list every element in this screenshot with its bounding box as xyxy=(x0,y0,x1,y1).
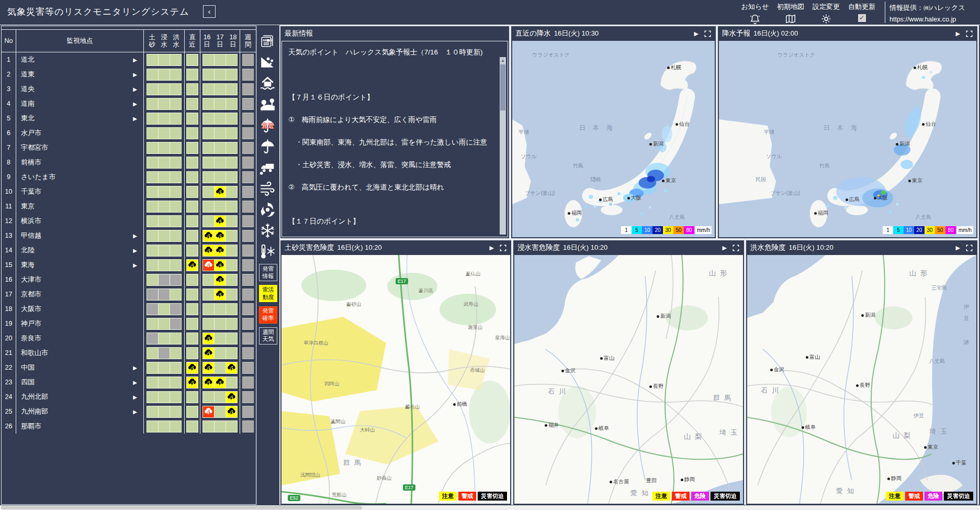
risk-cell-normal[interactable] xyxy=(170,260,181,271)
auto-update-toggle[interactable]: 自動更新 ✓ xyxy=(846,2,878,22)
monitoring-point-東京[interactable]: 東京 xyxy=(16,199,144,214)
risk-cell-thunder[interactable] xyxy=(215,274,226,285)
risk-cell-normal[interactable] xyxy=(187,157,198,168)
table-row-東京[interactable]: 11東京 xyxy=(2,199,256,214)
rain-icon[interactable] xyxy=(259,138,277,155)
scroll-up-icon[interactable]: ▲ xyxy=(500,58,505,63)
risk-cell-normal[interactable] xyxy=(187,201,198,212)
news-scrollbar[interactable]: ▲ xyxy=(500,57,506,235)
risk-cell-normal[interactable] xyxy=(203,157,214,168)
risk-cell-normal[interactable] xyxy=(159,392,170,403)
notifications-button[interactable]: お知らせ xyxy=(739,2,771,27)
table-row-京都市[interactable]: 17京都市 xyxy=(2,287,256,302)
fullscreen-icon[interactable] xyxy=(732,244,740,252)
risk-cell-thunder[interactable] xyxy=(215,216,226,227)
collapse-panel-button[interactable]: ‹ xyxy=(203,5,216,18)
risk-cell-normal[interactable] xyxy=(215,201,226,212)
risk-cell-normal[interactable] xyxy=(203,201,214,212)
inundation-risk-map[interactable]: 山形新潟富山金沢石川長野群馬福井岐阜山梨埼玉静岡名古屋愛知豊田 注意警戒危険災害… xyxy=(514,255,743,504)
risk-cell-normal[interactable] xyxy=(159,304,170,315)
monitoring-point-東北[interactable]: 東北▶ xyxy=(16,111,144,126)
risk-cell-nodata[interactable] xyxy=(159,289,170,300)
risk-cell-nodata[interactable] xyxy=(243,216,253,227)
risk-cell-normal[interactable] xyxy=(170,186,181,197)
low-temp-icon[interactable] xyxy=(259,243,277,260)
snow-icon[interactable] xyxy=(259,222,277,239)
risk-cell-normal[interactable] xyxy=(215,333,226,344)
risk-cell-normal[interactable] xyxy=(147,201,158,212)
risk-cell-nodata[interactable] xyxy=(243,304,253,315)
expand-arrow-icon[interactable]: ▶ xyxy=(133,72,137,77)
horizontal-scrollbar-thumb[interactable] xyxy=(1,506,362,509)
monitoring-point-千葉市[interactable]: 千葉市 xyxy=(16,184,144,199)
expand-arrow-icon[interactable]: ▶ xyxy=(133,101,137,107)
settings-button[interactable]: 設定変更 xyxy=(810,2,842,27)
table-row-甲信越[interactable]: 13甲信越▶ xyxy=(2,228,256,243)
risk-cell-normal[interactable] xyxy=(147,98,158,109)
table-row-九州南部[interactable]: 25九州南部▶ xyxy=(2,404,256,419)
risk-cell-thunder[interactable] xyxy=(187,377,198,388)
risk-cell-normal[interactable] xyxy=(226,113,237,124)
risk-cell-normal[interactable] xyxy=(203,216,214,227)
table-row-東海[interactable]: 15東海▶ xyxy=(2,258,256,272)
fullscreen-icon[interactable] xyxy=(965,244,973,252)
risk-cell-normal[interactable] xyxy=(203,186,214,197)
table-row-那覇市[interactable]: 26那覇市 xyxy=(2,419,256,434)
risk-cell-normal[interactable] xyxy=(170,69,181,80)
risk-cell-nodata[interactable] xyxy=(170,274,181,285)
expand-arrow-icon[interactable]: ▶ xyxy=(133,248,137,253)
risk-cell-normal[interactable] xyxy=(159,186,170,197)
table-row-道南[interactable]: 4道南▶ xyxy=(2,96,256,111)
typhoon-icon[interactable] xyxy=(259,201,277,218)
risk-cell-normal[interactable] xyxy=(187,69,198,80)
risk-cell-normal[interactable] xyxy=(159,98,170,109)
table-row-神戸市[interactable]: 19神戸市 xyxy=(2,316,256,331)
table-row-東北[interactable]: 5東北▶ xyxy=(2,111,256,126)
risk-cell-normal[interactable] xyxy=(187,98,198,109)
risk-cell-normal[interactable] xyxy=(226,421,237,432)
risk-cell-thunder[interactable] xyxy=(215,260,226,271)
risk-cell-normal[interactable] xyxy=(215,348,226,359)
monitoring-point-前橋市[interactable]: 前橋市 xyxy=(16,155,144,170)
fullscreen-icon[interactable] xyxy=(965,30,973,38)
risk-cell-normal[interactable] xyxy=(147,69,158,80)
table-row-北陸[interactable]: 14北陸▶ xyxy=(2,243,256,258)
risk-cell-normal[interactable] xyxy=(215,406,226,417)
risk-cell-normal[interactable] xyxy=(159,230,170,241)
risk-cell-normal[interactable] xyxy=(159,172,170,183)
risk-cell-thunder[interactable] xyxy=(203,406,214,417)
risk-cell-nodata[interactable] xyxy=(147,304,158,315)
risk-cell-normal[interactable] xyxy=(170,245,181,256)
risk-cell-nodata[interactable] xyxy=(243,260,253,271)
risk-cell-normal[interactable] xyxy=(226,142,237,153)
weekly-weather-button[interactable]: 週間天気 xyxy=(259,327,277,345)
risk-cell-normal[interactable] xyxy=(226,348,237,359)
risk-cell-nodata[interactable] xyxy=(243,289,253,300)
auto-update-checkbox[interactable]: ✓ xyxy=(858,14,866,22)
risk-cell-normal[interactable] xyxy=(187,113,198,124)
risk-cell-thunder[interactable] xyxy=(215,245,226,256)
risk-cell-normal[interactable] xyxy=(170,128,181,139)
risk-cell-normal[interactable] xyxy=(147,142,158,153)
monitoring-point-那覇市[interactable]: 那覇市 xyxy=(16,419,144,434)
monitoring-point-九州北部[interactable]: 九州北部▶ xyxy=(16,390,144,404)
risk-cell-normal[interactable] xyxy=(203,142,214,153)
table-row-水戸市[interactable]: 6水戸市 xyxy=(2,126,256,140)
risk-cell-nodata[interactable] xyxy=(243,142,253,153)
monitoring-point-道南[interactable]: 道南▶ xyxy=(16,96,144,111)
horizontal-scrollbar[interactable] xyxy=(0,505,980,510)
risk-cell-thunder[interactable] xyxy=(215,289,226,300)
monitoring-point-横浜市[interactable]: 横浜市 xyxy=(16,214,144,228)
risk-cell-normal[interactable] xyxy=(170,142,181,153)
expand-arrow-icon[interactable]: ▶ xyxy=(133,394,137,400)
risk-cell-normal[interactable] xyxy=(170,157,181,168)
risk-cell-normal[interactable] xyxy=(203,318,214,329)
monitoring-point-水戸市[interactable]: 水戸市 xyxy=(16,126,144,140)
table-row-中国[interactable]: 22中国▶ xyxy=(2,360,256,375)
risk-cell-normal[interactable] xyxy=(187,245,198,256)
risk-cell-normal[interactable] xyxy=(147,84,158,95)
risk-cell-nodata[interactable] xyxy=(243,318,253,329)
risk-cell-thunder[interactable] xyxy=(226,406,237,417)
risk-cell-thunder[interactable] xyxy=(203,348,214,359)
monitoring-point-東海[interactable]: 東海▶ xyxy=(16,258,144,272)
